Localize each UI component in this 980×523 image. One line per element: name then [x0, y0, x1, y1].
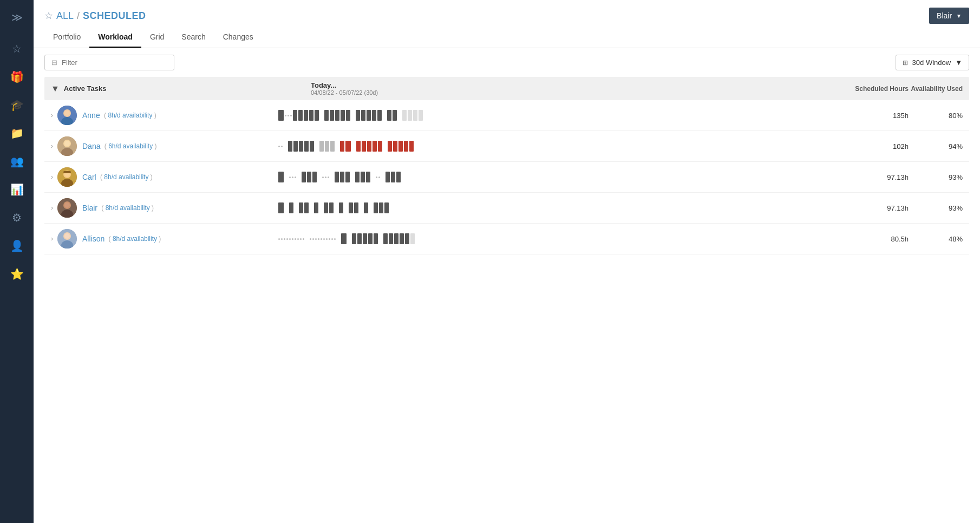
blair-expand-icon[interactable]: ›: [51, 204, 53, 212]
anne-bar-4: [304, 110, 308, 121]
dana-avail-used: 94%: [909, 142, 963, 151]
carl-expand-icon[interactable]: ›: [51, 173, 53, 181]
favorites-icon: ⭐: [10, 267, 24, 280]
breadcrumb-all-link[interactable]: ALL: [56, 10, 74, 22]
anne-bar-14: [367, 110, 371, 121]
dana-avatar: [57, 136, 77, 156]
breadcrumb-star-icon[interactable]: ☆: [44, 10, 53, 22]
folder-icon: 📁: [10, 127, 24, 140]
anne-bar-5: [309, 110, 313, 121]
resource-row-anne: › Anne ( 8h/d availability ): [44, 100, 969, 131]
window-label: 30d Window: [912, 58, 951, 67]
dana-expand-icon[interactable]: ›: [51, 142, 53, 150]
profile-icon: 👤: [10, 239, 24, 252]
blair-name[interactable]: Blair: [82, 204, 97, 212]
user-name-label: Blair: [937, 11, 952, 20]
anne-expand-icon[interactable]: ›: [51, 112, 53, 119]
blair-avatar: [57, 198, 77, 218]
tab-changes[interactable]: Changes: [214, 27, 262, 48]
collapse-active-tasks-button[interactable]: ▼: [51, 84, 60, 94]
carl-availability: ( 8h/d availability ): [99, 173, 153, 181]
allison-avatar: [57, 229, 77, 249]
allison-scheduled-hours: 80.5h: [844, 235, 909, 243]
filter-input-wrap[interactable]: ⊟: [44, 55, 174, 70]
learn-icon: 🎓: [10, 99, 24, 112]
svg-point-3: [64, 110, 70, 116]
tab-portfolio[interactable]: Portfolio: [44, 27, 89, 48]
dana-scheduled-hours: 102h: [844, 142, 909, 151]
sidebar-item-profile[interactable]: 👤: [0, 232, 34, 260]
anne-name-wrap: › Anne ( 8h/d availability ): [51, 106, 278, 125]
sidebar-item-favorites[interactable]: ⭐: [0, 260, 34, 288]
sidebar-item-settings[interactable]: ⚙: [0, 204, 34, 232]
allison-avail-used: 48%: [909, 235, 963, 243]
tab-workload[interactable]: Workload: [89, 27, 141, 48]
allison-availability: ( 8h/d availability ): [107, 235, 161, 243]
carl-avatar: [57, 167, 77, 187]
svg-rect-12: [63, 171, 71, 173]
anne-name[interactable]: Anne: [82, 111, 100, 120]
anne-timeline: [278, 110, 844, 121]
anne-bar-20: [408, 110, 412, 121]
sidebar-item-learn[interactable]: 🎓: [0, 91, 34, 119]
anne-bar-21: [413, 110, 417, 121]
availability-used-header: Availability Used: [909, 85, 963, 93]
blair-scheduled-hours: 97.13h: [844, 204, 909, 212]
breadcrumb-current: SCHEDULED: [83, 10, 146, 22]
filter-input[interactable]: [62, 58, 167, 67]
tab-grid[interactable]: Grid: [141, 27, 173, 48]
sidebar-item-users[interactable]: 👥: [0, 147, 34, 175]
sidebar-item-gift[interactable]: 🎁: [0, 63, 34, 91]
sidebar-item-folder[interactable]: 📁: [0, 119, 34, 147]
anne-bar-13: [361, 110, 365, 121]
toolbar: ⊟ ⊞ 30d Window ▼: [34, 48, 980, 77]
anne-scheduled-hours: 135h: [844, 112, 909, 120]
star-icon: ☆: [12, 42, 22, 55]
blair-availability: ( 8h/d availability ): [100, 204, 154, 212]
sidebar-item-chart[interactable]: 📊: [0, 175, 34, 204]
tab-bar: Portfolio Workload Grid Search Changes: [34, 27, 980, 48]
anne-bar-22: [419, 110, 423, 121]
anne-dot-2: [288, 115, 289, 116]
window-selector-button[interactable]: ⊞ 30d Window ▼: [896, 55, 969, 70]
allison-timeline: [278, 233, 844, 244]
tab-search[interactable]: Search: [173, 27, 214, 48]
gift-icon: 🎁: [10, 70, 24, 83]
carl-timeline: [278, 172, 844, 182]
blair-name-wrap: › Blair ( 8h/d availability ): [51, 198, 278, 218]
anne-bar-3: [298, 110, 303, 121]
grid-icon: ⊞: [903, 59, 908, 67]
anne-bar-2: [293, 110, 297, 121]
anne-avatar: [57, 106, 77, 125]
allison-name[interactable]: Allison: [82, 234, 104, 243]
blair-avail-used: 93%: [909, 204, 963, 212]
sidebar: ≫ ☆ 🎁 🎓 📁 👥 📊 ⚙ 👤 ⭐: [0, 0, 34, 523]
workload-table: ▼ Active Tasks Today... 04/08/22 - 05/07…: [34, 77, 980, 523]
user-menu-button[interactable]: Blair ▼: [929, 8, 969, 24]
anne-bar-10: [341, 110, 345, 121]
anne-bar-18: [393, 110, 397, 121]
allison-expand-icon[interactable]: ›: [51, 235, 53, 243]
main-content: ☆ ALL / SCHEDULED Blair ▼ Portfolio Work…: [34, 0, 980, 523]
users-icon: 👥: [10, 155, 24, 168]
page-header: ☆ ALL / SCHEDULED Blair ▼: [34, 0, 980, 24]
resource-row-dana: › Dana ( 6h/d availability ): [44, 131, 969, 162]
today-range: 04/08/22 - 05/07/22 (30d): [311, 89, 844, 96]
window-caret-icon: ▼: [955, 58, 962, 67]
anne-bar-15: [372, 110, 376, 121]
anne-bar-1: [278, 110, 284, 121]
breadcrumb-separator: /: [77, 10, 80, 22]
allison-name-wrap: › Allison ( 8h/d availability ): [51, 229, 278, 249]
dana-name[interactable]: Dana: [82, 142, 100, 151]
anne-bar-11: [346, 110, 350, 121]
anne-bar-19: [402, 110, 407, 121]
breadcrumb: ☆ ALL / SCHEDULED: [44, 10, 146, 22]
carl-name[interactable]: Carl: [82, 173, 96, 181]
dana-name-wrap: › Dana ( 6h/d availability ): [51, 136, 278, 156]
svg-point-7: [64, 141, 70, 146]
svg-point-16: [64, 202, 70, 208]
sidebar-expand-button[interactable]: ≫: [6, 5, 28, 29]
resource-row-carl: › Carl ( 8h/d availability ): [44, 162, 969, 193]
sidebar-item-star[interactable]: ☆: [0, 35, 34, 63]
scheduled-hours-header: Scheduled Hours: [844, 85, 909, 93]
